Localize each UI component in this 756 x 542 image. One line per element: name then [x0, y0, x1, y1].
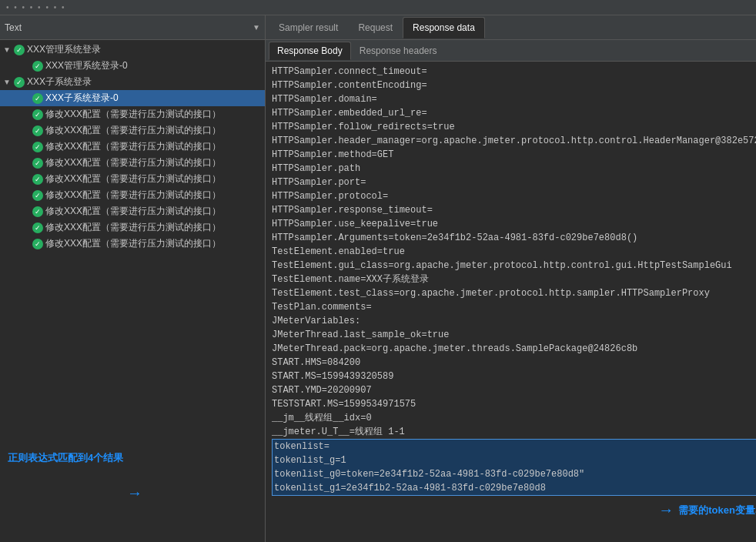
content-line: tokenlist_g0=token=2e34f1b2-52aa-4981-83… — [272, 467, 756, 481]
content-line: HTTPSampler.use_keepalive=true — [272, 217, 756, 231]
tree-item-item7[interactable]: 修改XXX配置（需要进行压力测试的接口） — [0, 139, 265, 155]
content-line: TestPlan.comments= — [272, 300, 756, 314]
content-line: START.YMD=20200907 — [272, 383, 756, 397]
tabs-row: Sampler resultRequestResponse data — [266, 15, 756, 40]
tree-item-label: 修改XXX配置（需要进行压力测试的接口） — [45, 221, 221, 234]
content-line: HTTPSampler.follow_redirects=true — [272, 120, 756, 134]
content-line: START.MS=1599439320589 — [272, 370, 756, 383]
toggle-icon: ▼ — [3, 45, 14, 54]
tree-item-label: 修改XXX配置（需要进行压力测试的接口） — [45, 124, 221, 137]
main-container: • • • • • • • • Text ▼ ▼XXX管理系统登录XXX管理系统… — [0, 0, 756, 542]
tree-item-item6[interactable]: 修改XXX配置（需要进行压力测试的接口） — [0, 122, 265, 139]
left-header-text: Text — [5, 22, 253, 33]
content-line: __jm__线程组__idx=0 — [272, 411, 756, 425]
tree-item-item10[interactable]: 修改XXX配置（需要进行压力测试的接口） — [0, 187, 265, 203]
tree-item-label: 修改XXX配置（需要进行压力测试的接口） — [45, 172, 221, 186]
content-line: HTTPsampler.Arguments=token=2e34f1b2-52a… — [272, 231, 756, 245]
tab-sampler-result[interactable]: Sampler result — [269, 17, 348, 38]
content-area: HTTPSampler.connect_timeout=HTTPSampler.… — [266, 62, 756, 542]
tree-item-item13[interactable]: 修改XXX配置（需要进行压力测试的接口） — [0, 236, 265, 252]
content-line: HTTPSampler.response_timeout= — [272, 203, 756, 217]
tree-item-item3[interactable]: ▼XXX子系统登录 — [0, 74, 265, 90]
content-line: JMeterVariables: — [272, 314, 756, 328]
tree-item-label: XXX子系统登录-0 — [45, 92, 119, 105]
content-line: JMeterThread.pack=org.apache.jmeter.thre… — [272, 342, 756, 356]
content-line: TestElement.name=XXX子系统登录 — [272, 273, 756, 286]
tree-item-icon — [32, 239, 43, 249]
content-line: HTTPSampler.method=GET — [272, 148, 756, 162]
tree-item-icon — [14, 45, 25, 55]
left-panel-header: Text ▼ — [0, 15, 265, 40]
content-line: TestElement.test_class=org.apache.jmeter… — [272, 286, 756, 300]
content-line: HTTPSampler.header_manager=org.apache.jm… — [272, 134, 756, 148]
tree-item-icon — [32, 206, 43, 217]
content-line: JMeterThread.last_sample_ok=true — [272, 328, 756, 342]
tree-item-label: 修改XXX配置（需要进行压力测试的接口） — [45, 205, 221, 218]
tree-item-icon — [32, 125, 43, 136]
sub-tab-response-body[interactable]: Response Body — [269, 42, 351, 60]
tree-item-icon — [32, 190, 43, 201]
content-line: START.HMS=084200 — [272, 356, 756, 370]
content-line: HTTPSampler.domain= — [272, 92, 756, 106]
content-line: __jmeter.U_T__=线程组 1-1 — [272, 425, 756, 439]
tab-response-data[interactable]: Response data — [403, 17, 485, 38]
tree-item-item8[interactable]: 修改XXX配置（需要进行压力测试的接口） — [0, 155, 265, 171]
tree-item-label: 修改XXX配置（需要进行压力测试的接口） — [45, 189, 221, 202]
sub-tab-response-headers[interactable]: Response headers — [351, 42, 446, 60]
tab-request[interactable]: Request — [348, 17, 403, 38]
content-line: HTTPSampler.connect_timeout= — [272, 65, 756, 79]
content-line: TestElement.gui_class=org.apache.jmeter.… — [272, 259, 756, 273]
tree-item-icon — [32, 109, 43, 120]
tree-item-label: 修改XXX配置（需要进行压力测试的接口） — [45, 237, 221, 250]
content-line: HTTPSampler.protocol= — [272, 189, 756, 203]
tree-item-label: XXX管理系统登录-0 — [45, 59, 128, 72]
content-line: HTTPSampler.contentEncoding= — [272, 79, 756, 92]
content-line: HTTPSampler.embedded_url_re= — [272, 106, 756, 120]
tree-item-label: XXX子系统登录 — [27, 75, 92, 89]
content-line: HTTPSampler.path — [272, 162, 756, 176]
content-line: tokenlist_g=1 — [272, 453, 756, 467]
tree-item-icon — [32, 142, 43, 152]
content-line: TestElement.enabled=true — [272, 245, 756, 259]
tree-item-item4[interactable]: XXX子系统登录-0 — [0, 90, 265, 106]
tree-area: ▼XXX管理系统登录XXX管理系统登录-0▼XXX子系统登录XXX子系统登录-0… — [0, 40, 265, 542]
tree-item-icon — [32, 174, 43, 185]
topbar-dots: • • • • • • • • — [6, 3, 65, 12]
left-panel: Text ▼ ▼XXX管理系统登录XXX管理系统登录-0▼XXX子系统登录XXX… — [0, 15, 266, 542]
right-panel: Sampler resultRequestResponse data Respo… — [266, 15, 756, 542]
filter-arrow[interactable]: ▼ — [253, 23, 260, 32]
tree-item-label: 修改XXX配置（需要进行压力测试的接口） — [45, 140, 221, 153]
toggle-icon: ▼ — [3, 78, 14, 86]
tree-item-item1[interactable]: ▼XXX管理系统登录 — [0, 42, 265, 58]
tree-item-label: 修改XXX配置（需要进行压力测试的接口） — [45, 156, 221, 169]
tree-item-icon — [14, 77, 25, 88]
content-line: TESTSTART.MS=1599534971575 — [272, 397, 756, 411]
tree-item-item11[interactable]: 修改XXX配置（需要进行压力测试的接口） — [0, 203, 265, 219]
tree-item-icon — [32, 158, 43, 169]
content-line: HTTPSampler.port= — [272, 176, 756, 189]
tree-item-icon — [32, 93, 43, 104]
tree-item-item12[interactable]: 修改XXX配置（需要进行压力测试的接口） — [0, 219, 265, 236]
sub-tabs-row: Response BodyResponse headers — [266, 40, 756, 62]
tree-item-icon — [32, 222, 43, 233]
content-line: tokenlist_g1=2e34f1b2-52aa-4981-83fd-c02… — [272, 481, 756, 496]
content-line: tokenlist= — [272, 439, 756, 453]
tree-item-item9[interactable]: 修改XXX配置（需要进行压力测试的接口） — [0, 171, 265, 187]
tree-item-icon — [32, 61, 43, 72]
tree-item-label: XXX管理系统登录 — [27, 43, 101, 56]
tree-item-label: 修改XXX配置（需要进行压力测试的接口） — [45, 108, 221, 121]
tree-item-item2[interactable]: XXX管理系统登录-0 — [0, 58, 265, 74]
tree-item-item5[interactable]: 修改XXX配置（需要进行压力测试的接口） — [0, 106, 265, 122]
